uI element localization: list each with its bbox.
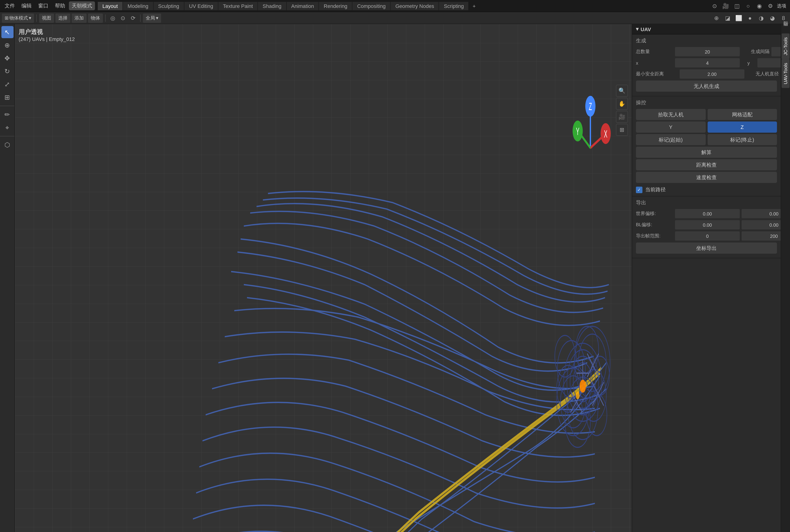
global-selector[interactable]: 全局 ▾ bbox=[143, 13, 161, 23]
left-toolbar: ↖ ⊕ ✥ ↻ ⤢ ⊞ ✏ ⌖ ⬡ bbox=[0, 24, 15, 532]
separator-1 bbox=[36, 14, 37, 22]
gizmo-icon[interactable]: ⊕ bbox=[712, 13, 721, 23]
grid-adapt-btn[interactable]: 网格适配 bbox=[707, 109, 777, 120]
menu-help[interactable]: 帮助 bbox=[52, 1, 68, 10]
select-tool-btn[interactable]: ↖ bbox=[1, 26, 13, 38]
world-icon[interactable]: ○ bbox=[744, 1, 753, 11]
add-btn[interactable]: 添加 bbox=[72, 13, 87, 23]
top-menubar: 文件 编辑 窗口 帮助 天朝模式 Layout Modeling Sculpti… bbox=[0, 0, 790, 12]
export-range-label: 导出帧范围: bbox=[636, 233, 673, 239]
camera-icon[interactable]: ⊞ bbox=[616, 124, 628, 136]
menu-edit[interactable]: 编辑 bbox=[19, 1, 35, 10]
total-count-input[interactable] bbox=[675, 47, 740, 56]
speed-check-btn[interactable]: 速度检查 bbox=[636, 172, 777, 183]
separator-3 bbox=[140, 14, 140, 22]
svg-text:X: X bbox=[604, 128, 607, 140]
tab-rendering[interactable]: Rendering bbox=[319, 2, 353, 10]
range-start-input[interactable] bbox=[675, 231, 740, 241]
tab-animation[interactable]: Animation bbox=[286, 2, 319, 10]
distance-check-btn[interactable]: 距离检查 bbox=[636, 159, 777, 170]
menu-file[interactable]: 文件 bbox=[2, 1, 18, 10]
bl-x-input[interactable] bbox=[675, 220, 740, 229]
generate-title: 生成 bbox=[636, 37, 777, 44]
transform-icon[interactable]: ⟳ bbox=[129, 13, 138, 23]
tab-texture-paint[interactable]: Texture Paint bbox=[218, 2, 258, 10]
overlay-toggle[interactable]: ◪ bbox=[723, 13, 732, 23]
transform-tool-btn[interactable]: ⊞ bbox=[1, 91, 13, 103]
export-range-row: 导出帧范围: 📁 bbox=[636, 231, 777, 241]
pan-icon[interactable]: ✋ bbox=[616, 98, 628, 110]
total-count-row: 总数量 生成间隔 bbox=[636, 47, 777, 56]
generate-btn[interactable]: 无人机生成 bbox=[636, 80, 777, 92]
material-icon[interactable]: ◑ bbox=[756, 13, 766, 23]
tab-compositing[interactable]: Compositing bbox=[352, 2, 391, 10]
range-end-input[interactable] bbox=[741, 231, 781, 241]
options-btn[interactable]: 选项 bbox=[777, 3, 786, 9]
scene-icon[interactable]: ⊙ bbox=[710, 1, 719, 11]
z-axis-btn[interactable]: Z bbox=[707, 121, 777, 133]
gen-interval-input[interactable] bbox=[771, 47, 781, 56]
measure-tool-btn[interactable]: ⌖ bbox=[1, 121, 13, 134]
render-icon[interactable]: 🎥 bbox=[721, 1, 730, 11]
panel-collapse-icon[interactable]: ▾ bbox=[636, 26, 639, 32]
tab-modeling[interactable]: Modeling bbox=[123, 2, 153, 10]
x-input[interactable] bbox=[675, 58, 740, 68]
select-btn[interactable]: 选择 bbox=[55, 13, 70, 23]
separator-2 bbox=[105, 14, 106, 22]
viewport[interactable]: Z X Y 用户透视 (247) UAVs | Empty_012 🔍 ✋ 🎥 bbox=[15, 24, 632, 532]
xray-icon[interactable]: ⬜ bbox=[734, 13, 744, 23]
orbit-icon[interactable]: 🎥 bbox=[616, 111, 628, 123]
tab-shading[interactable]: Shading bbox=[258, 2, 286, 10]
y-axis-btn[interactable]: Y bbox=[636, 121, 706, 133]
menu-window[interactable]: 窗口 bbox=[35, 1, 51, 10]
tab-geometry-nodes[interactable]: Geometry Nodes bbox=[391, 2, 439, 10]
viewport-icon[interactable]: ◫ bbox=[732, 1, 741, 11]
properties-tab[interactable]: 万物特性 bbox=[781, 26, 790, 34]
tab-uv-editing[interactable]: UV Editing bbox=[184, 2, 218, 10]
solid-icon[interactable]: ● bbox=[745, 13, 755, 23]
bl-y-input[interactable] bbox=[741, 220, 781, 229]
mark-end-btn[interactable]: 标记(终止) bbox=[707, 134, 777, 145]
tab-scripting[interactable]: Scripting bbox=[439, 2, 469, 10]
current-path-checkbox[interactable]: ✓ bbox=[636, 186, 642, 193]
add-cube-tool-btn[interactable]: ⬡ bbox=[1, 139, 13, 151]
svg-point-34 bbox=[580, 380, 586, 393]
viewport-object-info: (247) UAVs | Empty_012 bbox=[19, 36, 75, 42]
control-section: 操控 拾取无人机 网格适配 Y Z 标记(起始) 标记(终止) 解算 距离检查 … bbox=[632, 96, 781, 196]
export-coords-btn[interactable]: 坐标导出 bbox=[636, 243, 777, 254]
proportional-icon[interactable]: ⊙ bbox=[118, 13, 128, 23]
menu-chinese-mode[interactable]: 天朝模式 bbox=[69, 1, 95, 10]
render-preview-icon[interactable]: ◕ bbox=[768, 13, 777, 23]
zoom-icon[interactable]: 🔍 bbox=[616, 85, 628, 97]
scale-tool-btn[interactable]: ⤢ bbox=[1, 78, 13, 90]
annotate-tool-btn[interactable]: ✏ bbox=[1, 109, 13, 120]
safe-dist-label: 最小安全距离 bbox=[636, 71, 678, 77]
settings-icon[interactable]: ⚙ bbox=[766, 1, 775, 11]
uav-tools-tab[interactable]: UAV-Tools bbox=[782, 59, 790, 88]
right-toolbar-icons: ⊕ ◪ ⬜ ● ◑ ◕ 8 bbox=[712, 13, 788, 23]
viewport-options: ◎ ⊙ ⟳ bbox=[108, 13, 138, 23]
jc-tools-tab[interactable]: JC-Tools bbox=[782, 34, 790, 59]
y-input[interactable] bbox=[757, 58, 781, 68]
add-workspace-tab[interactable]: + bbox=[469, 2, 479, 10]
rotate-tool-btn[interactable]: ↻ bbox=[1, 65, 13, 77]
mode-selector[interactable]: ⊞ 物体模式 ▾ bbox=[2, 13, 34, 23]
tab-layout[interactable]: Layout bbox=[98, 2, 123, 10]
view-btn[interactable]: 视图 bbox=[39, 13, 54, 23]
global-dropdown-icon: ▾ bbox=[156, 15, 158, 20]
world-y-input[interactable] bbox=[741, 209, 781, 218]
mark-start-btn[interactable]: 标记(起始) bbox=[636, 134, 706, 145]
safe-dist-input[interactable] bbox=[680, 69, 745, 79]
eight-icon[interactable]: 8 bbox=[779, 13, 788, 23]
cursor-tool-btn[interactable]: ⊕ bbox=[1, 39, 13, 51]
move-tool-btn[interactable]: ✥ bbox=[1, 52, 13, 64]
pickup-btn[interactable]: 拾取无人机 bbox=[636, 109, 706, 120]
overlay-icon[interactable]: ◉ bbox=[755, 1, 764, 11]
snap-icon[interactable]: ◎ bbox=[108, 13, 117, 23]
export-section: 导出 世界偏移: BL偏移: 导出帧范围: 📁 bbox=[632, 196, 781, 258]
far-right-tabs: 万物特性 JC-Tools UAV-Tools bbox=[781, 24, 790, 532]
solve-btn[interactable]: 解算 bbox=[636, 147, 777, 158]
world-x-input[interactable] bbox=[675, 209, 740, 218]
object-btn[interactable]: 物体 bbox=[88, 13, 103, 23]
tab-sculpting[interactable]: Sculpting bbox=[153, 2, 184, 10]
